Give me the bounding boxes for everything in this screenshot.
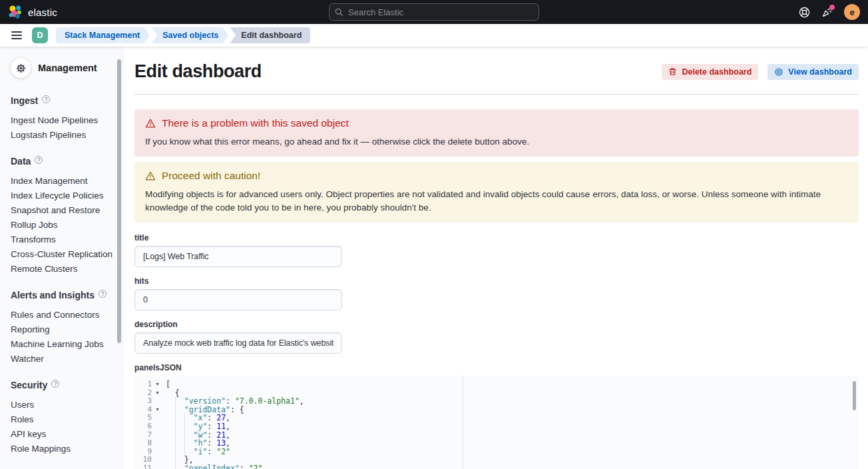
sidebar-item-machine-learning-jobs[interactable]: Machine Learning Jobs	[11, 337, 116, 352]
help-button[interactable]	[799, 7, 810, 18]
breadcrumb-item-edit-dashboard: Edit dashboard	[230, 27, 310, 43]
sidebar-item-index-management[interactable]: Index Management	[11, 174, 116, 189]
breadcrumb-item-stack-management[interactable]: Stack Management	[56, 27, 150, 43]
sidebar-section-title: Data?	[11, 156, 116, 167]
sidebar-item-cross-cluster-replication[interactable]: Cross-Cluster Replication	[11, 247, 116, 262]
line-number: 11	[134, 464, 152, 469]
search-input[interactable]	[348, 7, 533, 17]
breadcrumb-item-saved-objects[interactable]: Saved objects	[151, 27, 228, 43]
code-lines: 1▾[2▾ {3 "version": "7.0.0-alpha1",4▾ "g…	[134, 376, 859, 469]
warning-triangle-icon	[145, 118, 156, 129]
header-right: e	[799, 4, 860, 20]
caution-callout-title: Proceed with caution!	[162, 170, 260, 182]
sidebar-item-rules-and-connectors[interactable]: Rules and Connectors	[11, 308, 116, 322]
sidebar-section-title-text: Data	[11, 156, 31, 167]
sidebar-item-snapshot-and-restore[interactable]: Snapshot and Restore	[11, 203, 116, 218]
field-group-title: title	[134, 233, 859, 267]
error-callout: There is a problem with this saved objec…	[134, 109, 859, 157]
description-input[interactable]	[134, 332, 342, 354]
fold-arrow-icon	[152, 431, 163, 440]
hits-label: hits	[134, 276, 859, 286]
divider	[134, 94, 859, 95]
sidebar-section-title-text: Alerts and Insights	[11, 290, 95, 300]
question-in-circle-icon: ?	[51, 380, 59, 388]
global-search[interactable]	[329, 3, 539, 21]
code-line-7: 7 "w": 21,	[134, 431, 859, 440]
sidebar: Management Ingest?Ingest Node PipelinesL…	[0, 47, 123, 469]
saved-object-fields: titlehitsdescription	[134, 233, 859, 354]
gear-icon	[16, 63, 26, 73]
editor-scrollbar[interactable]	[853, 381, 856, 410]
sidebar-section-alerts-and-insights: Alerts and Insights?Rules and Connectors…	[0, 276, 122, 366]
caution-callout-title-row: Proceed with caution!	[145, 170, 848, 182]
sidebar-item-roles[interactable]: Roles	[11, 412, 116, 427]
sidebar-header: Management	[0, 47, 122, 82]
sidebar-section-title: Alerts and Insights?	[11, 290, 116, 300]
sidebar-section-data: Data?Index ManagementIndex Lifecycle Pol…	[0, 143, 122, 276]
sidebar-item-role-mappings[interactable]: Role Mappings	[11, 442, 116, 456]
print-margin-line	[463, 376, 463, 469]
management-app-badge	[11, 58, 31, 78]
fold-arrow-icon[interactable]: ▾	[152, 406, 163, 414]
fold-arrow-icon[interactable]: ▾	[152, 380, 163, 389]
caution-callout-body: Modifying objects is for advanced users …	[145, 188, 848, 215]
code-line-11: 11 "panelIndex": "2",	[134, 464, 859, 469]
question-in-circle-icon: ?	[99, 290, 107, 298]
sidebar-item-logstash-pipelines[interactable]: Logstash Pipelines	[11, 128, 116, 143]
menu-button[interactable]	[5, 24, 28, 47]
sidebar-title: Management	[38, 63, 97, 73]
code-line-5: 5 "x": 27,	[134, 414, 859, 422]
sidebar-item-users[interactable]: Users	[11, 398, 116, 412]
global-header: elastic	[0, 0, 868, 24]
sidebar-item-transforms[interactable]: Transforms	[11, 233, 116, 247]
breadcrumb-bar: D Stack ManagementSaved objectsEdit dash…	[0, 24, 868, 47]
hamburger-icon	[11, 31, 22, 39]
hits-input[interactable]	[134, 289, 342, 310]
error-callout-body: If you know what this error means, go ah…	[145, 135, 848, 149]
fold-arrow-icon	[152, 439, 163, 448]
space-badge[interactable]: D	[32, 27, 48, 43]
delete-dashboard-label: Delete dashboard	[682, 67, 752, 77]
panelsJSON-label: panelsJSON	[134, 363, 859, 372]
body-row: Management Ingest?Ingest Node PipelinesL…	[0, 47, 868, 469]
code-line-1: 1▾[	[134, 380, 859, 389]
warning-triangle-icon	[145, 171, 156, 181]
sidebar-item-index-lifecycle-policies[interactable]: Index Lifecycle Policies	[11, 189, 116, 203]
sidebar-item-api-keys[interactable]: API keys	[11, 427, 116, 442]
fold-arrow-icon	[152, 448, 163, 456]
panelsJSON-editor[interactable]: 1▾[2▾ {3 "version": "7.0.0-alpha1",4▾ "g…	[134, 376, 859, 469]
code-text: "panelIndex": "2",	[163, 464, 267, 469]
sidebar-section-title-text: Ingest	[11, 95, 38, 106]
delete-dashboard-button[interactable]: Delete dashboard	[662, 64, 758, 80]
sidebar-item-remote-clusters[interactable]: Remote Clusters	[11, 262, 116, 276]
view-dashboard-button[interactable]: View dashboard	[767, 64, 859, 80]
code-line-3: 3 "version": "7.0.0-alpha1",	[134, 397, 859, 406]
newsfeed-button[interactable]	[821, 7, 833, 18]
sidebar-section-title: Security?	[11, 380, 116, 390]
sidebar-item-ingest-node-pipelines[interactable]: Ingest Node Pipelines	[11, 113, 116, 128]
question-in-circle-icon: ?	[35, 156, 43, 164]
life-ring-icon	[799, 7, 810, 18]
sidebar-scrollbar[interactable]	[117, 59, 121, 343]
sidebar-item-reporting[interactable]: Reporting	[11, 322, 116, 337]
fold-arrow-icon[interactable]: ▾	[152, 389, 163, 398]
home-link[interactable]: elastic	[8, 5, 57, 19]
main-content: Edit dashboard Delete dashboard View	[123, 47, 868, 469]
sidebar-section-security: Security?UsersRolesAPI keysRole Mappings	[0, 366, 122, 456]
code-line-4: 4▾ "gridData": {	[134, 406, 859, 414]
line-number: 6	[134, 422, 152, 431]
title-input[interactable]	[134, 246, 342, 267]
page-actions: Delete dashboard View dashboard	[662, 64, 859, 80]
code-line-9: 9 "i": "2"	[134, 448, 859, 456]
field-group-hits: hits	[134, 276, 859, 310]
title-label: title	[134, 233, 859, 242]
search-icon	[335, 8, 343, 17]
fold-arrow-icon	[152, 414, 163, 422]
sidebar-item-watcher[interactable]: Watcher	[11, 352, 116, 366]
code-line-8: 8 "h": 13,	[134, 439, 859, 448]
sidebar-sections: Ingest?Ingest Node PipelinesLogstash Pip…	[0, 82, 122, 456]
user-avatar[interactable]: e	[844, 4, 860, 20]
eye-icon	[774, 67, 783, 77]
sidebar-item-rollup-jobs[interactable]: Rollup Jobs	[11, 218, 116, 233]
error-callout-title-row: There is a problem with this saved objec…	[145, 117, 848, 129]
